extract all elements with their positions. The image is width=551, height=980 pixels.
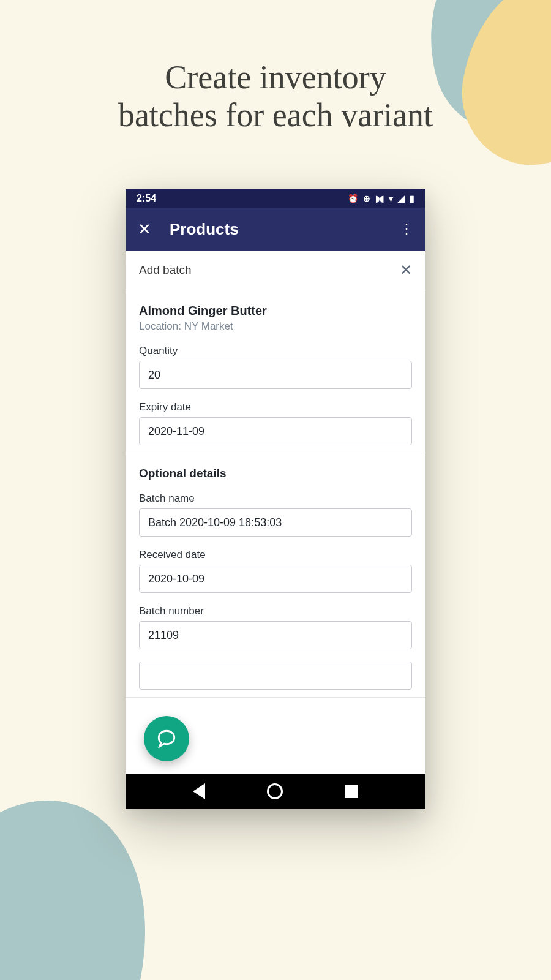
signal-icon: ◢ <box>398 194 405 203</box>
phone-mockup: 2:54 ⏰ ⊕ ◗◖ ▾ ◢ ▮ ✕ Products ⋮ Add batch… <box>126 189 425 809</box>
battery-icon: ▮ <box>410 194 414 203</box>
kebab-menu-icon[interactable]: ⋮ <box>400 227 413 232</box>
received-date-label: Received date <box>139 549 412 561</box>
received-date-input[interactable] <box>139 565 412 593</box>
android-nav-bar <box>126 774 425 809</box>
quantity-input[interactable] <box>139 361 412 389</box>
page-headline: Create inventory batches for each varian… <box>0 58 551 134</box>
expiry-label: Expiry date <box>139 401 412 413</box>
optional-section: Optional details Batch name Received dat… <box>126 453 425 698</box>
batch-name-field: Batch name <box>139 492 412 537</box>
status-time: 2:54 <box>137 193 156 204</box>
extra-input[interactable] <box>139 662 412 690</box>
vibrate-icon: ◗◖ <box>375 194 384 203</box>
headline-line: batches for each variant <box>118 97 433 134</box>
screen-content: Add batch ✕ Almond Ginger Butter Locatio… <box>126 251 425 774</box>
received-date-field: Received date <box>139 549 412 593</box>
optional-heading: Optional details <box>139 467 412 480</box>
nav-home-icon[interactable] <box>267 783 283 799</box>
app-bar: ✕ Products ⋮ <box>126 208 425 251</box>
app-bar-title: Products <box>170 220 400 239</box>
batch-number-field: Batch number <box>139 605 412 649</box>
alarm-icon: ⏰ <box>348 194 358 203</box>
chat-icon <box>156 728 177 749</box>
product-name: Almond Ginger Butter <box>139 304 412 318</box>
status-icons: ⏰ ⊕ ◗◖ ▾ ◢ ▮ <box>348 194 414 203</box>
quantity-label: Quantity <box>139 345 412 357</box>
batch-number-input[interactable] <box>139 621 412 649</box>
close-icon[interactable]: ✕ <box>400 262 412 279</box>
expiry-field: Expiry date <box>139 401 412 445</box>
modal-header: Add batch ✕ <box>126 251 425 290</box>
close-icon[interactable]: ✕ <box>138 221 151 237</box>
product-section: Almond Ginger Butter Location: NY Market… <box>126 290 425 453</box>
batch-number-label: Batch number <box>139 605 412 617</box>
expiry-input[interactable] <box>139 417 412 445</box>
status-bar: 2:54 ⏰ ⊕ ◗◖ ▾ ◢ ▮ <box>126 189 425 208</box>
product-location: Location: NY Market <box>139 320 412 333</box>
modal-title: Add batch <box>139 263 192 277</box>
nav-back-icon[interactable] <box>193 783 205 799</box>
wifi-icon: ▾ <box>389 194 393 203</box>
headline-line: Create inventory <box>165 59 386 96</box>
quantity-field: Quantity <box>139 345 412 389</box>
batch-name-input[interactable] <box>139 508 412 537</box>
extra-field <box>139 662 412 690</box>
target-icon: ⊕ <box>363 194 370 203</box>
nav-recent-icon[interactable] <box>345 785 358 798</box>
chat-fab[interactable] <box>144 716 189 761</box>
batch-name-label: Batch name <box>139 492 412 505</box>
